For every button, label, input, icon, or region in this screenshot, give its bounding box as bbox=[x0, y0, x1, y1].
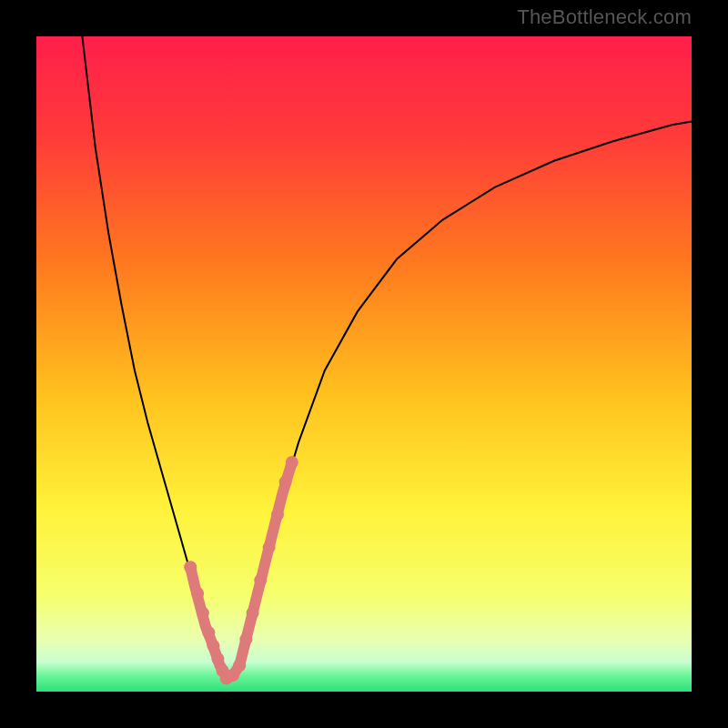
highlight-marker bbox=[254, 574, 267, 587]
plot-area bbox=[36, 36, 692, 692]
highlight-marker bbox=[279, 476, 292, 489]
highlight-marker bbox=[233, 659, 246, 672]
gradient-background bbox=[36, 36, 692, 692]
highlight-marker bbox=[191, 587, 204, 600]
highlight-marker bbox=[207, 640, 219, 652]
highlight-marker bbox=[247, 607, 259, 620]
highlight-marker bbox=[197, 607, 209, 620]
watermark-text: TheBottleneck.com bbox=[517, 5, 692, 29]
highlight-marker bbox=[263, 541, 276, 554]
highlight-marker bbox=[202, 626, 215, 639]
chart-svg bbox=[36, 36, 692, 692]
highlight-marker bbox=[211, 652, 224, 665]
highlight-marker bbox=[184, 561, 197, 573]
highlight-marker bbox=[239, 632, 252, 645]
highlight-marker bbox=[271, 509, 284, 521]
highlight-marker bbox=[286, 456, 298, 469]
